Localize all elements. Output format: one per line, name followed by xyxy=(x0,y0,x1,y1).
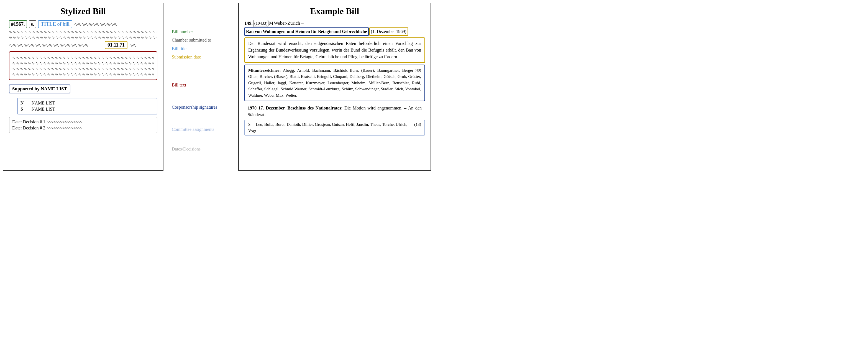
ex-committee-names: Leu, Bolla, Borel, Danioth, Dillier, Gro… xyxy=(248,122,407,133)
label-bill-number: Bill number xyxy=(172,28,236,36)
decision-row-1: Date: Decision # 1 ∿∿∿∿∿∿∿∿∿∿∿∿∿∿∿∿ xyxy=(12,119,154,125)
example-bill-panel: Example Bill 149. (10433) M Weber-Zürich… xyxy=(238,3,431,171)
label-submission-date: Submission date xyxy=(172,53,236,61)
ex-committee-chamber: S xyxy=(248,122,250,127)
labels-panel: Bill number Chamber submitted to Bill ti… xyxy=(169,3,238,171)
bill-title-box: TITLE of bill xyxy=(38,20,72,28)
ex-cosponsor-box: (40) Mitunterzeichner: Abegg, Arnold, Ba… xyxy=(244,64,425,102)
ex-cosponsor-count: (40) xyxy=(415,67,421,73)
label-chamber: Chamber submitted to xyxy=(172,36,236,45)
decision-row-2: Date: Decision # 2 ∿∿∿∿∿∿∿∿∿∿∿∿∿∿∿∿ xyxy=(12,125,154,131)
ex-number-circle: (10433) xyxy=(253,20,269,27)
ex-bill-text-box: Der Bundesrat wird ersucht, den eidgenös… xyxy=(244,37,425,63)
ex-decision-text-strong: 1970 17. Dezember. Beschluss des Nationa… xyxy=(248,106,342,110)
bill-number-box: #1567. xyxy=(9,20,27,28)
label-bill-title: Bill title xyxy=(172,45,236,53)
ex-bill-number: 149. xyxy=(244,20,253,27)
wavy-decoration-1: ∿∿∿∿∿∿∿∿∿∿∿∿ xyxy=(74,21,157,27)
submission-date-box: 01.11.71 xyxy=(105,41,127,49)
ex-chamber: M xyxy=(269,20,273,27)
decisions-box: Date: Decision # 1 ∿∿∿∿∿∿∿∿∿∿∿∿∿∿∿∿ Date… xyxy=(9,117,157,133)
ex-title-box: Bau von Wohnungen und Heimen für Betagte… xyxy=(244,27,369,36)
bill-text-box xyxy=(9,51,157,80)
ex-bill-text-content: Der Bundesrat wird ersucht, den eidgenös… xyxy=(248,41,421,59)
decision-1-label: Date: Decision # 1 xyxy=(12,119,45,124)
decision-1-wavy: ∿∿∿∿∿∿∿∿∿∿∿∿∿∿∿∿ xyxy=(46,120,154,124)
label-bill-text: Bill text xyxy=(172,81,236,89)
bill-text-squiggle-4 xyxy=(12,72,154,76)
cosponsor-wrapper: Supported by NAME LIST xyxy=(9,82,157,96)
ex-decision-box: 1970 17. Dezember. Beschluss des Nationa… xyxy=(244,103,425,120)
committee-chamber-s: S xyxy=(21,107,26,112)
label-cosponsor: Cosponsorship signatures xyxy=(172,103,236,111)
example-title: Example Bill xyxy=(244,6,425,16)
ex-committee-count: (13) xyxy=(414,121,421,128)
committee-box: N NAME LIST S NAME LIST xyxy=(17,98,157,114)
stylized-bill-panel: Stylized Bill #1567. s. TITLE of bill ∿∿… xyxy=(3,3,163,171)
committee-chamber-n: N xyxy=(21,100,26,106)
ex-submitter: Weber-Zürich – xyxy=(274,20,303,27)
wavy-before-date: ∿∿∿∿∿∿∿∿∿∿∿∿∿∿∿∿∿∿∿∿∿∿ xyxy=(9,42,103,48)
bill-text-squiggle-1 xyxy=(12,55,154,60)
bill-text-squiggle-3 xyxy=(12,66,154,71)
committee-names-s: NAME LIST xyxy=(32,107,55,112)
squiggle-row-2 xyxy=(9,35,157,39)
example-header-row: 149. (10433) M Weber-Zürich – Bau von Wo… xyxy=(244,20,425,36)
label-committee: Committee assignments xyxy=(172,125,236,134)
label-decisions: Dates/Decisions xyxy=(172,145,236,153)
decision-2-wavy: ∿∿∿∿∿∿∿∿∿∿∿∿∿∿∿∿ xyxy=(46,126,154,130)
ex-committee-box: (13) S Leu, Bolla, Borel, Danioth, Dilli… xyxy=(244,120,425,136)
committee-row-n: N NAME LIST xyxy=(21,100,154,106)
squiggle-row-1 xyxy=(9,29,157,34)
committee-names-n: NAME LIST xyxy=(32,100,55,106)
bill-header-row: #1567. s. TITLE of bill ∿∿∿∿∿∿∿∿∿∿∿∿ xyxy=(9,20,157,28)
stylized-title: Stylized Bill xyxy=(9,6,157,16)
decision-2-label: Date: Decision # 2 xyxy=(12,125,45,131)
date-row: ∿∿∿∿∿∿∿∿∿∿∿∿∿∿∿∿∿∿∿∿∿∿ 01.11.71 ∿∿ xyxy=(9,41,157,49)
chamber-box: s. xyxy=(29,20,37,28)
bill-text-squiggle-2 xyxy=(12,61,154,65)
ex-date-box: (1. Dezember 1969) xyxy=(369,27,408,36)
cosponsor-box: Supported by NAME LIST xyxy=(9,85,70,93)
ex-cosponsor-label: Mitunterzeichner: xyxy=(248,68,281,73)
committee-row-s: S NAME LIST xyxy=(21,106,154,112)
wavy-after-date: ∿∿ xyxy=(129,42,157,48)
